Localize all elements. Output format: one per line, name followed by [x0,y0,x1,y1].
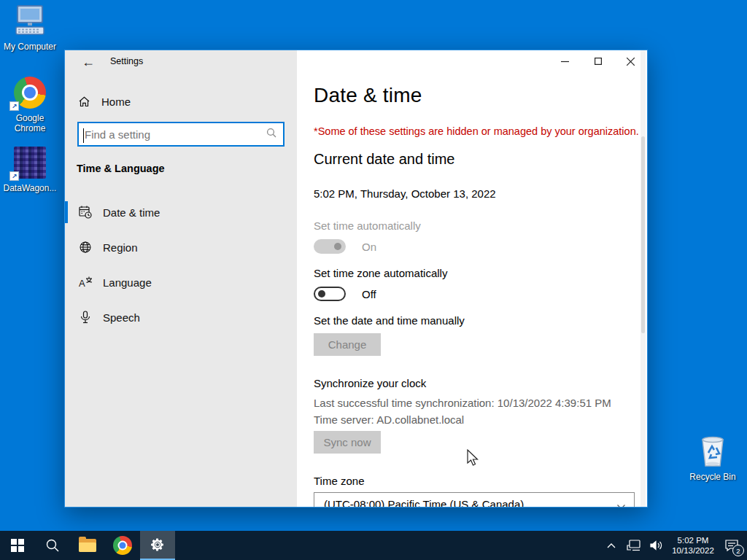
set-time-automatically-toggle[interactable] [314,239,346,254]
notification-badge: 2 [732,545,744,556]
set-time-automatically-state: On [362,241,376,253]
set-time-zone-state: Off [362,288,376,300]
window-title: Settings [110,56,143,66]
my-computer-icon [11,4,49,38]
microphone-icon [78,310,93,324]
svg-text:A: A [79,278,85,289]
set-time-zone-toggle[interactable] [314,287,346,301]
windows-logo-icon [11,539,24,552]
sidebar-item-language[interactable]: A Language [65,269,297,295]
maximize-button[interactable] [581,50,614,72]
sidebar-section-title: Time & Language [77,163,165,174]
time-zone-value: (UTC-08:00) Pacific Time (US & Canada) [324,498,524,507]
desktop-icon-label: DataWagon... [4,183,57,193]
taskbar-file-explorer-button[interactable] [70,531,105,560]
sidebar-item-speech[interactable]: Speech [65,304,297,330]
sidebar-item-label: Home [101,96,131,108]
desktop-icon-label: Recycle Bin [689,472,735,482]
system-tray: 5:02 PM 10/13/2022 2 [603,531,743,560]
desktop-icon-my-computer[interactable]: My Computer [0,4,60,52]
tray-chevron-up-icon[interactable] [603,531,620,560]
sidebar-item-date-time[interactable]: Date & time [65,199,297,225]
managed-by-organization-notice: *Some of these settings are hidden or ma… [314,125,639,137]
taskbar-clock[interactable]: 5:02 PM 10/13/2022 [670,535,716,556]
sync-now-button[interactable]: Sync now [314,431,381,454]
tray-time: 5:02 PM [670,535,716,545]
sidebar-item-home[interactable]: Home [77,93,131,110]
folder-icon [79,539,96,552]
search-icon [266,128,276,141]
sidebar-item-label: Region [103,241,138,254]
home-icon [77,94,91,109]
recycle-bin-icon [694,435,732,468]
shortcut-arrow-icon: ↗ [9,101,19,111]
search-icon [46,539,59,552]
chevron-down-icon [617,499,625,507]
search-input[interactable] [79,123,266,145]
desktop-icon-label: My Computer [4,42,56,52]
desktop-icon-google-chrome[interactable]: ↗ Google Chrome [0,76,60,133]
page-title: Date & time [314,84,422,107]
desktop-icon-label: Google Chrome [0,113,60,133]
chrome-icon [113,536,132,555]
time-zone-label: Time zone [314,475,364,487]
shortcut-arrow-icon: ↗ [9,171,19,181]
start-button[interactable] [0,531,35,560]
volume-icon[interactable] [648,531,665,560]
set-time-zone-label: Set time zone automatically [314,267,447,279]
chrome-icon: ↗ [11,76,49,109]
taskbar-settings-button[interactable] [140,531,175,560]
desktop-icon-recycle-bin[interactable]: Recycle Bin [683,435,743,482]
taskbar: 5:02 PM 10/13/2022 2 [0,531,747,560]
change-button[interactable]: Change [314,333,381,356]
taskbar-chrome-button[interactable] [105,531,140,560]
taskbar-search-button[interactable] [35,531,70,560]
desktop-icon-datawagon[interactable]: ↗ DataWagon... [0,146,60,193]
globe-icon [78,240,93,254]
set-time-automatically-label: Set time automatically [314,219,421,232]
current-date-time-value: 5:02 PM, Thursday, October 13, 2022 [314,187,496,200]
tray-date: 10/13/2022 [670,545,716,556]
back-button[interactable]: ← [77,52,100,71]
sidebar-item-label: Language [103,276,152,289]
time-server-text: Time server: AD.collabnet.local [314,413,464,426]
sidebar-item-label: Speech [103,311,140,324]
calendar-clock-icon [78,205,93,219]
sidebar-item-label: Date & time [103,206,160,219]
settings-main-pane: Date & time *Some of these settings are … [297,50,647,507]
gear-icon [150,537,165,552]
settings-search-box[interactable] [77,122,285,147]
window-controls [549,50,647,72]
network-icon[interactable] [625,531,643,560]
minimize-button[interactable] [549,50,581,72]
vertical-scrollbar[interactable] [640,50,646,507]
language-icon: A [78,275,93,289]
datawagon-icon: ↗ [11,146,49,179]
synchronize-clock-heading: Synchronize your clock [314,377,426,389]
scrollbar-thumb[interactable] [641,136,645,333]
last-sync-text: Last successful time synchronization: 10… [314,397,611,409]
time-zone-dropdown[interactable]: (UTC-08:00) Pacific Time (US & Canada) [314,492,635,507]
action-center-button[interactable]: 2 [721,531,743,560]
current-date-time-heading: Current date and time [314,151,454,168]
settings-sidebar: ← Settings Home Time & Language [65,50,297,507]
text-caret [83,128,84,143]
settings-window: ← Settings Home Time & Language [64,50,648,508]
set-manually-label: Set the date and time manually [314,314,465,327]
sidebar-item-region[interactable]: Region [65,234,297,260]
